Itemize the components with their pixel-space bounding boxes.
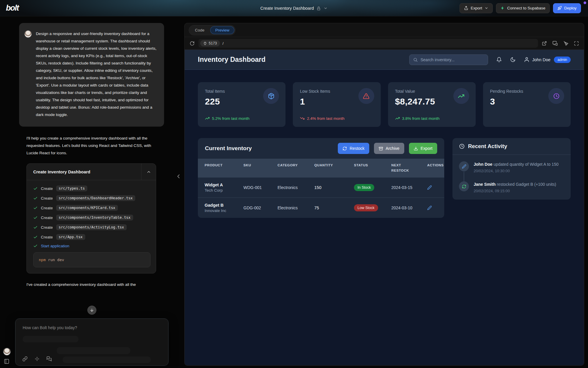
search-icon bbox=[413, 57, 418, 62]
devices-icon[interactable] bbox=[552, 41, 558, 46]
quantity-cell[interactable]: 150 bbox=[308, 180, 347, 195]
edit-pencil-icon[interactable] bbox=[420, 180, 444, 195]
address-bar[interactable]: 5173 / bbox=[198, 39, 538, 48]
category-cell: Electronics bbox=[271, 200, 308, 215]
arrow-down-icon bbox=[90, 308, 94, 312]
inventory-title: Current Inventory bbox=[205, 145, 252, 152]
command-args: run dev bbox=[48, 258, 64, 262]
supplier-name: Innovate Inc bbox=[205, 208, 234, 213]
workbench: Code Preview 5173 / Inve bbox=[184, 23, 584, 366]
archive-button[interactable]: Archive bbox=[374, 143, 404, 154]
tab-preview[interactable]: Preview bbox=[210, 26, 234, 34]
port-pill[interactable]: 5173 bbox=[200, 40, 220, 47]
link-icon[interactable] bbox=[22, 356, 28, 362]
sparkles-icon[interactable] bbox=[34, 356, 40, 362]
recent-activity-card: Recent Activity John Doe updated quantit… bbox=[452, 138, 571, 200]
check-icon bbox=[33, 216, 38, 220]
reload-icon[interactable] bbox=[190, 41, 195, 46]
download-icon bbox=[414, 146, 418, 151]
collapse-chat-chevron[interactable] bbox=[175, 173, 182, 180]
panel-left-icon[interactable] bbox=[4, 359, 9, 364]
trending-up-icon bbox=[205, 116, 210, 121]
artifact-header: Create Inventory Dashboard bbox=[27, 164, 156, 180]
export-csv-button[interactable]: Export bbox=[409, 143, 437, 154]
kpi-row: Total Items 225 5.2% from last month Low… bbox=[198, 82, 571, 127]
file-path-chip[interactable]: src/types.ts bbox=[56, 185, 88, 191]
chat-panel: Design a responsive and user-friendly in… bbox=[0, 16, 184, 368]
port-number: 5173 bbox=[209, 41, 217, 45]
status-badge: Low Stock bbox=[354, 204, 378, 211]
next-restock-cell: 2024-03-10 bbox=[385, 200, 420, 215]
open-external-icon[interactable] bbox=[542, 41, 547, 46]
export-icon bbox=[464, 6, 468, 10]
code-preview-toggle: Code Preview bbox=[189, 25, 235, 35]
file-path-chip[interactable]: src/components/InventoryTable.tsx bbox=[56, 215, 133, 221]
restock-button[interactable]: Restock bbox=[338, 143, 369, 154]
file-path-chip[interactable]: src/components/KPICard.tsx bbox=[56, 205, 118, 211]
url-path: / bbox=[223, 41, 224, 46]
user-name: John Doe bbox=[532, 57, 550, 62]
preview-controls bbox=[542, 41, 579, 46]
trending-down-icon bbox=[300, 116, 305, 121]
file-path-chip[interactable]: src/components/ActivityLog.tsx bbox=[56, 224, 127, 230]
top-bar: bolt Create Inventory Dashboard Export C… bbox=[0, 0, 588, 16]
quantity-cell[interactable]: 75 bbox=[308, 200, 347, 215]
check-icon bbox=[33, 186, 38, 191]
clock-icon bbox=[459, 143, 465, 149]
inventory-search bbox=[409, 54, 488, 65]
inspector-off-icon[interactable] bbox=[563, 41, 568, 46]
export-button[interactable]: Export bbox=[460, 3, 493, 13]
activity-timestamp: 20/02/2024, 09:15:00 bbox=[474, 189, 556, 193]
kpi-trend: 3.8% from last month bbox=[395, 116, 440, 121]
chevron-down-icon bbox=[485, 6, 488, 10]
account-avatar[interactable] bbox=[3, 348, 11, 356]
artifact-card: Create Inventory Dashboard Create src/ty… bbox=[26, 163, 156, 273]
tab-code[interactable]: Code bbox=[190, 26, 209, 34]
check-icon bbox=[33, 244, 38, 248]
chevron-up-icon bbox=[146, 170, 151, 174]
activity-user: Jane Smith bbox=[474, 182, 496, 187]
inventory-card-header: Current Inventory Restock Archive bbox=[198, 138, 444, 159]
activity-timestamp: 20/02/2024, 10:30:00 bbox=[474, 169, 559, 173]
connect-supabase-button[interactable]: Connect to Supabase bbox=[496, 3, 550, 13]
plug-icon bbox=[203, 42, 207, 45]
artifact-action-row: Create src/components/KPICard.tsx bbox=[33, 205, 151, 211]
user-menu[interactable]: John Doe bbox=[524, 57, 550, 62]
project-title: Create Inventory Dashboard bbox=[260, 6, 314, 11]
check-icon bbox=[33, 196, 38, 200]
bolt-logo[interactable]: bolt bbox=[6, 4, 19, 13]
user-message-text: Design a responsive and user-friendly in… bbox=[36, 30, 157, 118]
topbar-actions: Export Connect to Supabase Deploy bbox=[460, 3, 581, 13]
file-path-chip[interactable]: src/App.tsx bbox=[56, 234, 85, 240]
user-message-card: Design a responsive and user-friendly in… bbox=[19, 23, 164, 127]
alert-triangle-icon bbox=[358, 88, 374, 104]
category-cell: Electronics bbox=[271, 180, 308, 195]
user-avatar bbox=[24, 30, 32, 38]
bell-icon[interactable] bbox=[496, 57, 502, 62]
file-path-chip[interactable]: src/components/DashboardHeader.tsx bbox=[56, 195, 136, 201]
chat-input-box bbox=[15, 319, 168, 366]
chat-bubbles-icon[interactable] bbox=[46, 356, 52, 362]
collapse-artifact-button[interactable] bbox=[141, 164, 156, 180]
check-icon bbox=[33, 206, 38, 210]
trending-up-icon bbox=[395, 116, 400, 121]
activity-action: updated quantity of Widget A to 150 bbox=[494, 162, 559, 167]
project-title-group[interactable]: Create Inventory Dashboard bbox=[260, 0, 328, 16]
start-application-link[interactable]: Start application bbox=[41, 244, 69, 248]
artifact-body: Create src/types.ts Create src/component… bbox=[27, 180, 156, 273]
kpi-card-total-value: Total Value $8,247.75 3.8% from last mon… bbox=[388, 82, 476, 127]
search-input[interactable] bbox=[420, 57, 484, 62]
start-application-row: Start application bbox=[33, 244, 151, 248]
dashboard-main: Total Items 225 5.2% from last month Low… bbox=[185, 70, 584, 218]
chat-input[interactable] bbox=[16, 319, 168, 347]
dark-mode-toggle-moon-icon[interactable] bbox=[510, 57, 516, 62]
chevron-down-icon[interactable] bbox=[324, 6, 328, 10]
scroll-to-bottom-button[interactable] bbox=[87, 306, 96, 315]
edit-pencil-icon[interactable] bbox=[420, 200, 444, 215]
admin-role-badge: admin bbox=[554, 57, 571, 63]
fullscreen-icon[interactable] bbox=[574, 41, 579, 46]
refresh-icon bbox=[343, 146, 347, 151]
deploy-button[interactable]: Deploy bbox=[553, 3, 581, 13]
artifact-action-row: Create src/components/ActivityLog.tsx bbox=[33, 224, 151, 230]
supplier-name: Tech Corp bbox=[205, 188, 234, 193]
